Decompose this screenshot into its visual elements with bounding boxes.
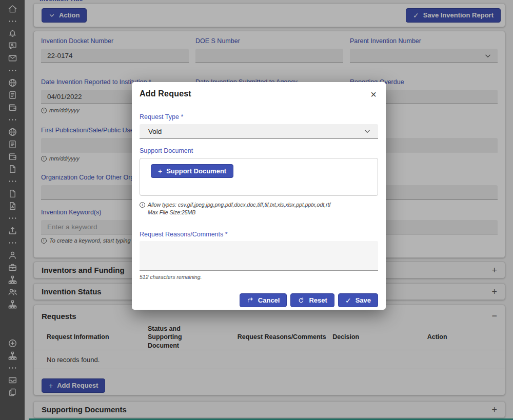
save-button[interactable]: ✓ Save [338, 293, 378, 307]
cancel-button[interactable]: Cancel [240, 293, 287, 307]
add-request-modal: Add Request × Request Type * Void Suppor… [132, 82, 386, 310]
check-icon: ✓ [345, 297, 351, 304]
request-type-select[interactable]: Void [140, 124, 378, 139]
request-type-value: Void [148, 128, 162, 135]
request-reasons-textarea[interactable] [140, 241, 378, 271]
file-type-hint: Allow types: csv,gif,jpeg,jpg,png,pdf,do… [140, 201, 378, 216]
support-document-label: Support Document [140, 147, 378, 154]
reset-label: Reset [309, 296, 327, 304]
cancel-arrow-icon [247, 297, 254, 304]
modal-title: Add Request [140, 89, 191, 98]
request-reasons-label: Request Reasons/Comments * [140, 231, 378, 238]
close-icon[interactable]: × [369, 89, 378, 99]
characters-remaining-text: 512 characters remaining. [140, 274, 378, 280]
save-label: Save [356, 296, 371, 304]
plus-icon: + [158, 168, 162, 175]
support-document-button[interactable]: + Support Document [151, 164, 233, 178]
request-type-label: Request Type * [140, 113, 378, 121]
reset-button[interactable]: Reset [290, 293, 334, 307]
info-icon [140, 202, 145, 208]
support-document-button-label: Support Document [166, 167, 226, 175]
reset-icon [298, 297, 305, 304]
chevron-down-icon [364, 128, 371, 135]
support-document-dropzone[interactable]: + Support Document [140, 158, 378, 196]
cancel-label: Cancel [258, 296, 280, 304]
app-screen: Invention Title * Action ✓ Save Inventio… [0, 0, 513, 420]
